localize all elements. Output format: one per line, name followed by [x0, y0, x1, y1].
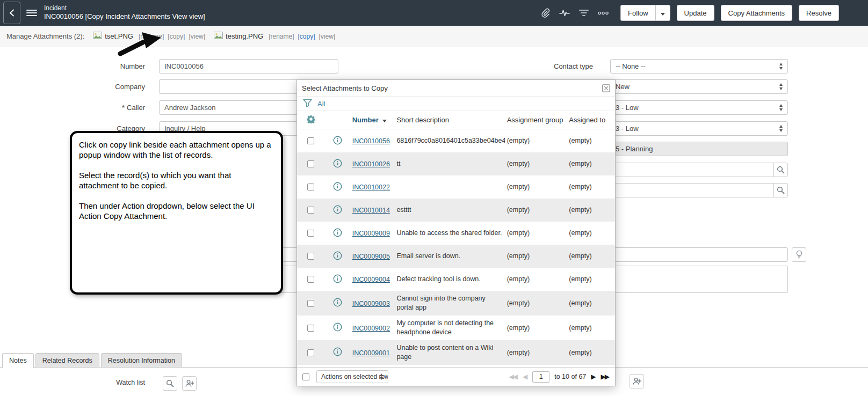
- number-label: Number: [54, 59, 145, 74]
- info-icon[interactable]: [333, 322, 342, 333]
- next-page-icon[interactable]: ▶: [591, 373, 596, 380]
- column-header-assignment-group[interactable]: Assignment group: [505, 116, 567, 124]
- record-short-description: Defect tracking tool is down.: [394, 275, 504, 284]
- close-icon[interactable]: [602, 84, 610, 92]
- person-plus-icon: [633, 377, 641, 385]
- record-assigned-to: (empty): [567, 275, 615, 284]
- record-number-link[interactable]: INC0010014: [352, 207, 390, 214]
- record-number-link[interactable]: INC0009009: [352, 230, 390, 237]
- menu-icon[interactable]: [26, 10, 37, 16]
- assignment-group-input[interactable]: [610, 163, 773, 177]
- copy-link[interactable]: [copy]: [168, 33, 185, 40]
- column-header-number[interactable]: Number: [352, 116, 379, 124]
- row-checkbox[interactable]: [307, 325, 314, 332]
- paperclip-icon[interactable]: [536, 5, 555, 21]
- record-number-link[interactable]: INC0009001: [352, 349, 390, 357]
- page-input[interactable]: [532, 371, 549, 383]
- copy-attachments-button[interactable]: Copy Attachments: [721, 5, 793, 21]
- manage-attachments-label: Manage Attachments (2):: [6, 32, 84, 40]
- record-row: INC0009002 My computer is not detecting …: [297, 316, 615, 340]
- follow-button[interactable]: Follow: [620, 5, 656, 21]
- urgency-select[interactable]: 3 - Low: [610, 121, 788, 136]
- activity-stream-icon[interactable]: [555, 5, 574, 21]
- record-number-link[interactable]: INC0009005: [352, 253, 390, 260]
- info-icon[interactable]: [333, 251, 342, 262]
- record-number-link[interactable]: INC0009002: [352, 325, 390, 332]
- resolve-button[interactable]: Resolve: [799, 5, 839, 21]
- record-short-description: 6816f79cc0a8016401c5a33be04be441: [394, 136, 504, 145]
- record-assigned-to: (empty): [567, 252, 615, 261]
- record-assignment-group: (empty): [505, 324, 567, 333]
- row-checkbox[interactable]: [307, 137, 314, 144]
- personalize-filter-icon[interactable]: [574, 5, 594, 21]
- copy-link-highlighted[interactable]: [copy]: [298, 33, 315, 40]
- row-checkbox[interactable]: [307, 276, 314, 283]
- info-icon[interactable]: [333, 298, 342, 309]
- view-link[interactable]: [view]: [319, 33, 336, 40]
- info-icon[interactable]: [333, 274, 342, 285]
- suggestion-button[interactable]: [792, 247, 806, 262]
- back-button[interactable]: [3, 2, 20, 24]
- info-icon[interactable]: [333, 347, 342, 358]
- column-header-short-description[interactable]: Short description: [394, 116, 504, 124]
- incident-screen: Incident INC0010056 [Copy Incident Attac…: [0, 0, 868, 396]
- record-assignment-group: (empty): [505, 229, 567, 238]
- record-number-link[interactable]: INC0009003: [352, 300, 390, 307]
- last-page-icon[interactable]: ▶▶: [601, 373, 610, 380]
- update-button[interactable]: Update: [677, 5, 714, 21]
- filter-all-link[interactable]: All: [317, 100, 325, 108]
- watch-list-add-person-button[interactable]: [182, 376, 197, 391]
- priority-readonly-input[interactable]: [610, 142, 788, 156]
- info-icon[interactable]: [333, 228, 342, 239]
- record-number-link[interactable]: INC0010022: [352, 184, 390, 191]
- follow-dropdown-button[interactable]: [655, 5, 670, 21]
- follow-split-button: Follow: [620, 5, 670, 21]
- pagination: ◀◀ ◀ to 10 of 67 ▶ ▶▶: [509, 371, 610, 383]
- more-options-icon[interactable]: [594, 5, 613, 21]
- actions-dropdown[interactable]: Actions on selected rows...: [316, 370, 388, 383]
- row-checkbox[interactable]: [307, 184, 314, 190]
- record-assigned-to: (empty): [567, 159, 615, 168]
- row-checkbox[interactable]: [307, 300, 314, 307]
- watch-list-label: Watch list: [54, 376, 145, 390]
- record-assignment-group: (empty): [505, 136, 567, 145]
- magnifier-icon: [777, 166, 785, 174]
- record-assignment-group: (empty): [505, 159, 567, 168]
- assignment-group-lookup-button[interactable]: [773, 163, 788, 177]
- row-checkbox[interactable]: [307, 349, 314, 356]
- caller-label: *Caller: [54, 100, 145, 115]
- page-range-text: to 10 of 67: [554, 373, 586, 380]
- watch-list-search-button[interactable]: [163, 376, 177, 391]
- info-icon[interactable]: [333, 182, 342, 193]
- assigned-to-lookup-button[interactable]: [773, 183, 788, 197]
- view-link[interactable]: [view]: [189, 33, 205, 40]
- info-icon[interactable]: [333, 205, 342, 216]
- funnel-icon[interactable]: [303, 99, 312, 109]
- work-notes-add-person-button[interactable]: [630, 374, 644, 388]
- gear-icon[interactable]: [307, 115, 315, 125]
- record-assigned-to: (empty): [567, 324, 615, 333]
- info-icon[interactable]: [333, 159, 342, 170]
- record-number-link[interactable]: INC0010026: [352, 160, 390, 168]
- row-checkbox[interactable]: [307, 230, 314, 237]
- record-number-link[interactable]: INC0009004: [352, 276, 390, 283]
- row-checkbox[interactable]: [307, 207, 314, 214]
- record-header: Incident INC0010056 [Copy Incident Attac…: [44, 4, 205, 21]
- rename-link[interactable]: [rename]: [269, 33, 294, 40]
- list-filter-row: All: [297, 97, 615, 111]
- contact-type-select[interactable]: -- None --: [610, 59, 788, 74]
- impact-select[interactable]: 3 - Low: [610, 100, 788, 115]
- info-icon[interactable]: [333, 136, 342, 146]
- column-header-assigned-to[interactable]: Assigned to: [567, 116, 615, 124]
- row-checkbox[interactable]: [307, 253, 314, 260]
- select-all-checkbox[interactable]: [302, 373, 309, 380]
- assigned-to-input[interactable]: [610, 183, 773, 197]
- record-short-description: My computer is not detecting the headpho…: [394, 319, 504, 337]
- number-input[interactable]: [159, 59, 338, 74]
- record-number-link[interactable]: INC0010056: [352, 137, 390, 145]
- tab-related-records[interactable]: Related Records: [35, 353, 99, 368]
- tab-notes[interactable]: Notes: [2, 353, 34, 368]
- state-select[interactable]: New: [610, 79, 788, 94]
- tab-resolution-information[interactable]: Resolution Information: [101, 353, 182, 368]
- row-checkbox[interactable]: [307, 160, 314, 167]
